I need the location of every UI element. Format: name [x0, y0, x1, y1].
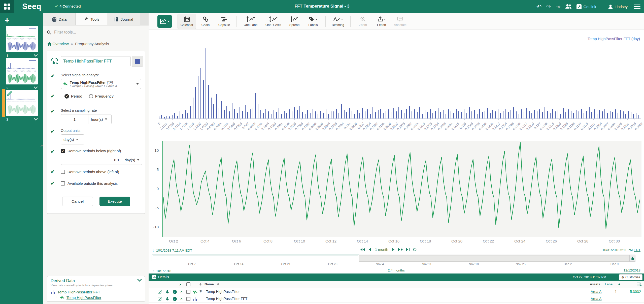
tab-data[interactable]: Data	[43, 13, 76, 25]
fft-bar-chart[interactable]	[159, 33, 641, 118]
execute-button[interactable]: Execute	[99, 197, 130, 206]
investigate-timeline[interactable]	[152, 255, 635, 262]
remove-below-checkbox[interactable]: ✔	[61, 149, 65, 153]
cancel-button[interactable]: Cancel	[62, 197, 93, 206]
remove-row-icon[interactable]: ×	[180, 296, 183, 301]
radio-period[interactable]: ✔ Period	[64, 94, 82, 99]
derived-item-link[interactable]: Temp HighPassFilter	[66, 295, 101, 300]
filter-tools-input[interactable]	[54, 30, 138, 35]
add-worksheet-button[interactable]: +	[5, 16, 10, 24]
fft-bar	[357, 110, 358, 118]
toolbar-dimming-button[interactable]: Dimming	[329, 14, 347, 29]
fft-bar	[560, 114, 561, 119]
toolbar-export-button[interactable]: Export	[372, 14, 391, 29]
toolbar-capsule-button[interactable]: Capsule	[215, 14, 233, 29]
chevron-down-icon[interactable]	[34, 86, 38, 89]
sort-icon[interactable]	[217, 283, 219, 286]
worksheet-thumbnail-3[interactable]	[6, 90, 38, 116]
chevron-down-icon[interactable]	[34, 118, 38, 120]
timeline-options-button[interactable]	[629, 255, 635, 262]
row-asset-link[interactable]: Area A	[591, 297, 602, 301]
range-end-link[interactable]: 10/31/2018 5:11 PM EDT	[602, 248, 640, 252]
refresh-button[interactable]	[413, 248, 417, 252]
remove-below-input[interactable]: 0.1	[61, 155, 122, 165]
toolbar-one-y-axis-button[interactable]: One Y-Axis	[261, 14, 285, 29]
timeline-selection[interactable]	[152, 255, 359, 262]
home-icon[interactable]	[47, 42, 51, 46]
tab-tools[interactable]: Tools	[76, 13, 108, 25]
step-forward-fast-button[interactable]	[398, 248, 403, 251]
derived-data-subtitle: View data created by tools in a dependen…	[51, 284, 112, 287]
color-swatch-button[interactable]	[132, 56, 143, 67]
edit-row-icon[interactable]	[158, 296, 162, 302]
tab-journal[interactable]: Journal	[108, 13, 140, 25]
investigate-duration[interactable]: 2.4 months	[149, 268, 644, 272]
divider	[350, 16, 351, 27]
row-checkbox[interactable]	[186, 297, 190, 301]
seeq-logo[interactable]: Seeq	[22, 2, 41, 11]
toolbar-annotate-button[interactable]: Annotate	[391, 14, 410, 29]
row-asset-link[interactable]: Area A	[591, 290, 602, 294]
column-assets-header[interactable]: Assets	[590, 282, 600, 286]
fft-bar	[586, 111, 587, 118]
toolbar-labels-button[interactable]: Labels	[304, 14, 322, 29]
sort-icon[interactable]	[199, 283, 201, 286]
tool-name-input[interactable]	[61, 56, 131, 66]
toolbar-calendar-button[interactable]: Calendar	[178, 14, 196, 29]
user-menu[interactable]: Lindsey	[608, 4, 628, 9]
sampling-rate-input[interactable]: 1	[61, 114, 88, 124]
toolbar-spread-button[interactable]: Spread	[285, 14, 304, 29]
undo-icon[interactable]: ↶	[536, 4, 541, 10]
hamburger-menu-icon[interactable]	[634, 5, 640, 9]
sampling-unit-select[interactable]: hour(s)	[88, 114, 110, 124]
chevron-down-icon[interactable]	[137, 279, 142, 282]
toolbar-zoom-button[interactable]: Zoom	[354, 14, 372, 29]
signal-select[interactable]: Temp HighPassFilter (°F) Example » Cooli…	[61, 79, 141, 89]
redo-all-icon[interactable]: ↠	[556, 4, 561, 10]
worksheet-thumbnail-2[interactable]	[6, 58, 38, 84]
step-back-button[interactable]	[368, 248, 371, 251]
connection-status[interactable]: ✔4 Connected	[55, 4, 81, 9]
collapse-sidebar-handle[interactable]: «	[40, 143, 43, 149]
get-link-button[interactable]: Get link	[576, 4, 596, 10]
edit-row-icon[interactable]	[158, 289, 162, 295]
remove-above-checkbox[interactable]	[61, 170, 65, 174]
row-checkbox[interactable]	[186, 290, 190, 294]
column-name-header[interactable]: Name	[205, 282, 214, 286]
fft-bar	[370, 114, 371, 119]
info-icon[interactable]: i	[173, 290, 177, 294]
fft-bar	[435, 111, 436, 118]
add-column-icon[interactable]	[637, 283, 641, 287]
step-back-fast-button[interactable]	[360, 248, 365, 251]
investigate-end-link[interactable]: 12/12/2018	[623, 268, 640, 272]
available-outside-checkbox[interactable]	[61, 181, 65, 186]
info-icon[interactable]: i	[173, 297, 177, 301]
users-icon[interactable]	[565, 4, 572, 10]
view-mode-button[interactable]	[157, 15, 172, 28]
toolbar-chain-button[interactable]: Chain	[196, 14, 215, 29]
rocket-icon[interactable]	[165, 289, 170, 295]
remove-below-unit-select[interactable]: day(s)	[122, 155, 142, 165]
remove-all-icon[interactable]: ×	[179, 282, 182, 287]
customize-button[interactable]: ⚙ Customize	[619, 274, 642, 280]
rocket-icon[interactable]	[165, 296, 170, 302]
series-line-chart[interactable]	[162, 141, 641, 237]
derived-item-link[interactable]: Temp HighPassFilter FFT	[57, 290, 100, 294]
fft-bar	[602, 111, 603, 118]
range-start-link[interactable]: ↓ 10/1/2018 7:11 AM EDT	[152, 248, 192, 253]
fft-bar	[274, 110, 274, 118]
output-unit-select[interactable]: day(s)	[61, 135, 81, 144]
toolbar-one-lane-button[interactable]: One Lane	[240, 14, 261, 29]
column-lane-header[interactable]: Lane	[605, 282, 613, 286]
duration-selector[interactable]: 1 month	[375, 248, 388, 252]
breadcrumb-overview-link[interactable]: Overview	[52, 42, 69, 46]
select-all-checkbox[interactable]	[186, 282, 190, 286]
worksheet-thumbnail-1[interactable]	[6, 26, 38, 52]
step-to-end-button[interactable]	[406, 248, 410, 251]
redo-icon[interactable]: ↷	[546, 4, 551, 10]
apps-grid-button[interactable]	[0, 0, 14, 13]
remove-row-icon[interactable]: ×	[180, 289, 183, 294]
radio-frequency[interactable]: Frequency	[89, 94, 114, 99]
step-forward-button[interactable]	[392, 248, 395, 251]
chevron-down-icon[interactable]	[34, 54, 38, 57]
